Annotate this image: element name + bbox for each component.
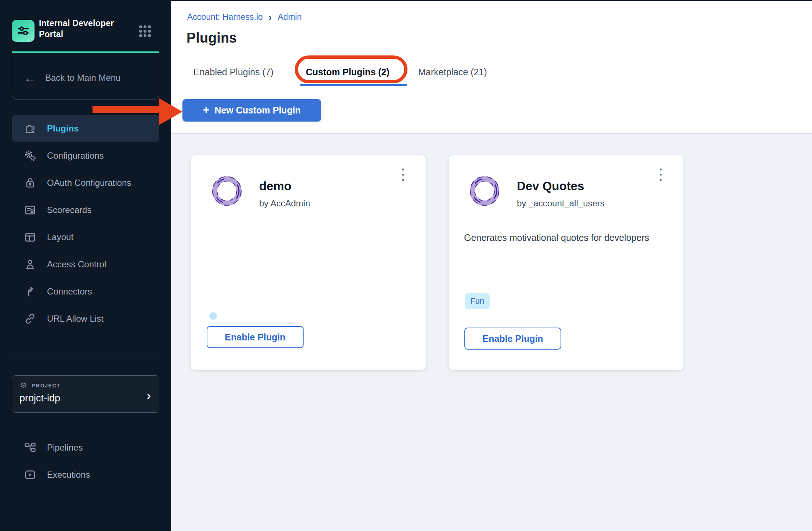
apps-grid-icon[interactable] (138, 24, 152, 38)
sidebar-item-executions[interactable]: Executions (12, 461, 159, 488)
layers-icon (19, 382, 28, 390)
lock-icon (23, 176, 37, 189)
sidebar-item-label: Executions (47, 470, 90, 480)
pipelines-icon (23, 441, 37, 454)
sidebar-item-label: Plugins (47, 123, 79, 134)
sidebar-item-pipelines[interactable]: Pipelines (12, 434, 159, 461)
project-name: projct-idp (19, 393, 152, 404)
chevron-right-icon: › (147, 388, 151, 402)
back-arrow-icon: ← (24, 72, 36, 84)
sidebar-item-scorecards[interactable]: Scorecards (12, 196, 159, 224)
new-custom-plugin-button[interactable]: + New Custom Plugin (182, 99, 321, 122)
plugin-tag: Fun (465, 293, 490, 309)
back-to-main-menu[interactable]: ← Back to Main Menu (12, 56, 159, 100)
sidebar-item-configurations[interactable]: Configurations (12, 142, 159, 169)
project-label: PROJECT (32, 383, 60, 389)
plus-icon: + (203, 104, 210, 116)
back-label: Back to Main Menu (45, 73, 120, 83)
puzzle-icon (23, 122, 37, 135)
sidebar-item-label: Layout (47, 232, 73, 242)
sidebar-item-label: Configurations (47, 151, 104, 161)
enable-plugin-button[interactable]: Enable Plugin (207, 326, 304, 348)
page-title: Plugins (186, 30, 237, 46)
gears-icon (23, 149, 37, 162)
sidebar-item-url-allow-list[interactable]: URL Allow List (12, 305, 159, 332)
plugin-description: Generates motivational quotes for develo… (464, 231, 670, 244)
play-box-icon (23, 468, 37, 481)
tab-custom-plugins[interactable]: Custom Plugins (2) (306, 67, 389, 77)
plugin-name: Dev Quotes (517, 179, 584, 193)
plugin-name: demo (259, 179, 291, 193)
sidebar-item-label: OAuth Configurations (47, 178, 131, 188)
app-title: Internal Developer Portal (39, 18, 123, 40)
app-logo[interactable] (12, 20, 35, 42)
sidebar-item-connectors[interactable]: Connectors (12, 278, 159, 305)
sidebar-item-label: Scorecards (47, 205, 91, 215)
breadcrumb-admin-link[interactable]: Admin (278, 12, 302, 22)
plugin-card-demo: ⋮ demo by AccAdmin Enable Plugin (191, 155, 426, 370)
breadcrumb: Account: Harness.io › Admin (187, 12, 302, 22)
breadcrumb-chevron-icon: › (269, 12, 272, 22)
scorecard-icon (23, 203, 37, 217)
plugin-author: by _account_all_users (517, 198, 605, 209)
breadcrumb-account-link[interactable]: Account: Harness.io (187, 12, 263, 22)
sidebar-bottom-nav: Pipelines Executions (12, 434, 159, 488)
active-tab-underline (300, 84, 407, 86)
branching-arrows-icon (23, 285, 37, 298)
sidebar-item-label: Pipelines (47, 443, 83, 453)
sidebar-item-label: Access Control (47, 259, 106, 270)
sidebar-accent-rule (12, 51, 159, 53)
sidebar-item-label: Connectors (47, 286, 92, 297)
link-icon (23, 312, 37, 325)
kebab-menu-icon[interactable]: ⋮ (393, 165, 413, 183)
sidebar-item-access-control[interactable]: Access Control (12, 251, 159, 278)
sidebar-item-label: URL Allow List (47, 314, 104, 324)
sidebar-item-plugins[interactable]: Plugins (12, 115, 159, 142)
sidebar: Internal Developer Portal ← Back to Main… (0, 0, 171, 531)
enable-plugin-button[interactable]: Enable Plugin (464, 328, 561, 350)
window-top-edge (0, 0, 812, 1)
sidebar-nav: Plugins Configurations OAuth Configu (12, 115, 159, 332)
plugin-ring-icon (210, 174, 244, 208)
sidebar-item-oauth-configurations[interactable]: OAuth Configurations (12, 169, 159, 196)
tab-marketplace[interactable]: Marketplace (21) (418, 67, 487, 77)
status-dot (209, 312, 217, 320)
sidebar-item-layout[interactable]: Layout (12, 224, 159, 251)
tab-enabled-plugins[interactable]: Enabled Plugins (7) (193, 67, 273, 77)
new-custom-plugin-label: New Custom Plugin (214, 105, 301, 116)
plugin-author: by AccAdmin (259, 198, 310, 209)
kebab-menu-icon[interactable]: ⋮ (650, 165, 671, 183)
sidebar-divider (12, 354, 159, 354)
plugin-card-dev-quotes: ⋮ Dev Quotes by _account_all_users Gener… (449, 155, 684, 370)
idp-logo-icon (16, 24, 30, 38)
plugin-ring-icon (468, 174, 501, 208)
layout-icon (23, 231, 37, 244)
person-icon (23, 258, 37, 271)
project-selector[interactable]: PROJECT projct-idp › (12, 375, 159, 413)
